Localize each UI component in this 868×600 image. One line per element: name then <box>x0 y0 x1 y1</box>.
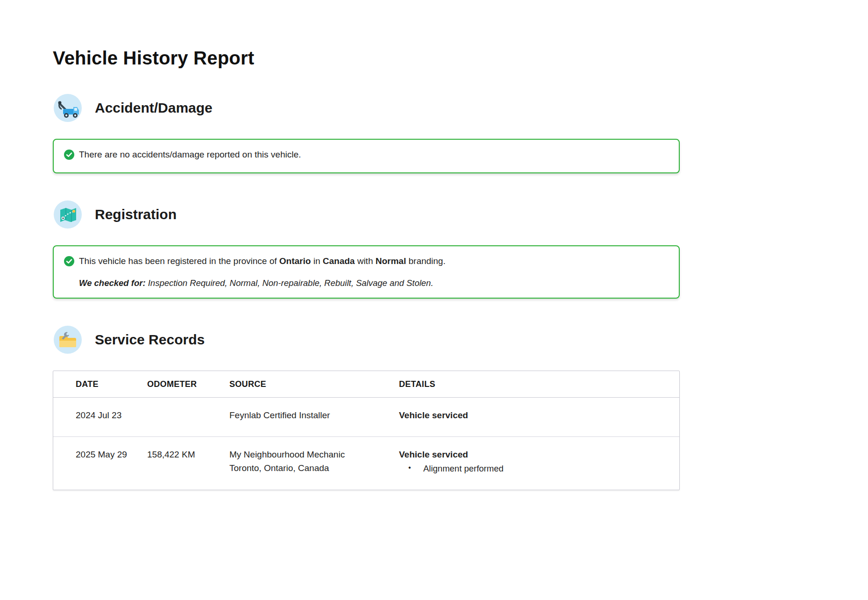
details-item: Alignment performed <box>399 462 675 476</box>
accident-status-box: There are no accidents/damage reported o… <box>53 139 680 173</box>
service-records-table: DATE ODOMETER SOURCE DETAILS 2024 Jul 23… <box>53 371 680 490</box>
col-header-source: SOURCE <box>229 371 399 398</box>
source-line-2: Toronto, Ontario, Canada <box>229 461 394 475</box>
cell-date: 2025 May 29 <box>53 436 147 490</box>
source-line-1: Feynlab Certified Installer <box>229 408 394 422</box>
service-section-title: Service Records <box>95 332 205 348</box>
cell-odometer <box>147 398 229 436</box>
accident-section-title: Accident/Damage <box>95 100 213 116</box>
col-header-odometer: ODOMETER <box>147 371 229 398</box>
cell-details: Vehicle serviced <box>399 398 679 436</box>
checked-for-items: Inspection Required, Normal, Non-repaira… <box>146 278 434 288</box>
registration-status-box: This vehicle has been registered in the … <box>53 245 680 299</box>
check-circle-icon <box>64 150 74 163</box>
details-list: Alignment performed <box>399 462 675 476</box>
registration-province: Ontario <box>279 256 311 266</box>
registration-status-text: This vehicle has been registered in the … <box>79 256 446 267</box>
accident-section-header: Accident/Damage <box>53 93 680 123</box>
details-title: Vehicle serviced <box>399 448 675 461</box>
registration-mid1: in <box>311 256 322 266</box>
service-section-header: Service Records <box>53 325 680 355</box>
cell-source: Feynlab Certified Installer <box>229 398 399 436</box>
registration-status-line: This vehicle has been registered in the … <box>64 256 669 270</box>
table-row: 2025 May 29 158,422 KM My Neighbourhood … <box>53 436 679 490</box>
map-icon <box>53 200 83 229</box>
tow-truck-icon <box>53 93 83 123</box>
table-row: 2024 Jul 23 Feynlab Certified Installer … <box>53 398 679 436</box>
registration-country: Canada <box>323 256 355 266</box>
table-header-row: DATE ODOMETER SOURCE DETAILS <box>53 371 679 398</box>
accident-status-line: There are no accidents/damage reported o… <box>64 149 669 163</box>
page-title: Vehicle History Report <box>53 48 680 69</box>
registration-branding: Normal <box>376 256 406 266</box>
registration-section-header: Registration <box>53 200 680 229</box>
col-header-date: DATE <box>53 371 147 398</box>
check-circle-icon <box>64 256 74 270</box>
cell-source: My Neighbourhood Mechanic Toronto, Ontar… <box>229 436 399 490</box>
source-line-1: My Neighbourhood Mechanic <box>229 448 394 461</box>
registration-checked-line: We checked for: Inspection Required, Nor… <box>79 278 669 288</box>
cell-details: Vehicle serviced Alignment performed <box>399 436 679 490</box>
registration-section-title: Registration <box>95 207 177 222</box>
report-page: Vehicle History Report Accident/Damage <box>53 0 680 490</box>
registration-prefix: This vehicle has been registered in the … <box>79 256 279 266</box>
cell-odometer: 158,422 KM <box>147 436 229 490</box>
details-title: Vehicle serviced <box>399 408 675 422</box>
service-folder-icon <box>53 325 83 355</box>
checked-for-label: We checked for: <box>79 278 146 288</box>
registration-mid2: with <box>355 256 375 266</box>
cell-date: 2024 Jul 23 <box>53 398 147 436</box>
accident-status-text: There are no accidents/damage reported o… <box>79 149 301 161</box>
registration-suffix: branding. <box>406 256 446 266</box>
col-header-details: DETAILS <box>399 371 679 398</box>
